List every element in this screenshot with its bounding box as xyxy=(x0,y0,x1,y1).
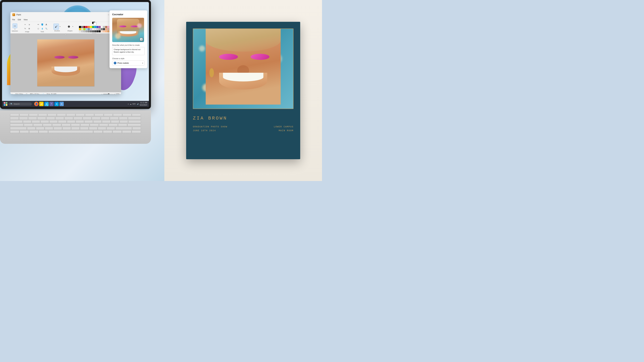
key-k[interactable] xyxy=(90,124,99,127)
key-slash[interactable] xyxy=(106,127,115,130)
key-q[interactable] xyxy=(23,120,31,123)
shapes-dropdown-btn[interactable]: ▾ xyxy=(72,24,74,30)
key-enter[interactable] xyxy=(128,120,141,123)
key-esc[interactable] xyxy=(10,114,19,117)
rotate-btn[interactable]: ↻ xyxy=(23,27,27,30)
start-button[interactable] xyxy=(4,102,8,106)
color-lime[interactable] xyxy=(83,28,85,30)
key-4[interactable] xyxy=(46,117,55,120)
tray-wifi[interactable]: WiFi xyxy=(132,103,136,105)
key-v[interactable] xyxy=(54,127,62,130)
text-btn[interactable]: A xyxy=(44,23,48,26)
taskbar-search[interactable]: 🔍 Search xyxy=(8,102,32,106)
canvas-handle-bottomright[interactable] xyxy=(120,90,120,91)
key-d[interactable] xyxy=(43,124,52,127)
fill-btn[interactable]: 🪣 xyxy=(40,23,44,26)
key-e[interactable] xyxy=(40,120,49,123)
color-row3-10[interactable] xyxy=(98,30,100,32)
color-lightblue[interactable] xyxy=(86,28,88,30)
color-indigo[interactable] xyxy=(96,26,98,28)
taskbar-app-teams[interactable]: T xyxy=(49,102,54,106)
key-x[interactable] xyxy=(36,127,44,130)
menu-view[interactable]: View xyxy=(24,18,28,21)
color-offwhite[interactable] xyxy=(92,28,94,30)
key-i[interactable] xyxy=(84,120,93,123)
key-0[interactable] xyxy=(101,117,110,120)
key-f5[interactable] xyxy=(57,114,66,117)
key-f4[interactable] xyxy=(48,114,56,117)
key-w[interactable] xyxy=(32,120,40,123)
key-f6[interactable] xyxy=(66,114,75,117)
key-ralt[interactable] xyxy=(94,130,103,133)
key-rbracket[interactable] xyxy=(120,120,128,123)
key-lshift[interactable] xyxy=(10,127,27,130)
key-f11[interactable] xyxy=(113,114,122,117)
color-row3-2[interactable] xyxy=(81,30,83,32)
taskbar-app-files[interactable]: 📁 xyxy=(39,102,44,106)
key-enter-2[interactable] xyxy=(128,124,141,127)
key-lbracket[interactable] xyxy=(111,120,119,123)
paint-canvas[interactable] xyxy=(37,39,94,86)
color-row3-1[interactable] xyxy=(79,30,81,32)
key-2[interactable] xyxy=(28,117,37,120)
key-capslock[interactable] xyxy=(10,124,24,127)
color-row3-4[interactable] xyxy=(86,30,88,32)
color-red[interactable] xyxy=(86,26,88,28)
color-black[interactable] xyxy=(79,26,81,28)
color-tan[interactable] xyxy=(107,28,109,30)
color-gray[interactable] xyxy=(81,26,83,28)
zoom-out-btn[interactable]: − xyxy=(102,93,102,94)
menu-edit[interactable]: Edit xyxy=(18,18,21,21)
color-brown[interactable] xyxy=(105,26,107,28)
color-dimgray[interactable] xyxy=(101,28,103,30)
canvas-handle-left[interactable] xyxy=(11,62,12,63)
color-row3-7[interactable] xyxy=(92,30,94,32)
key-l[interactable] xyxy=(99,124,108,127)
taskbar-app-person[interactable]: 👤 xyxy=(34,102,38,106)
brush-dropdown-btn[interactable]: ▾ xyxy=(59,24,61,30)
color-darkred[interactable] xyxy=(83,26,85,28)
taskbar-app-store[interactable]: ⊞ xyxy=(54,102,59,106)
key-semicolon[interactable] xyxy=(108,124,118,127)
key-5[interactable] xyxy=(55,117,64,120)
color-silver[interactable] xyxy=(96,28,98,30)
key-comma[interactable] xyxy=(89,127,98,130)
tray-up-arrow[interactable]: ∧ xyxy=(128,103,129,105)
key-f3[interactable] xyxy=(38,114,47,117)
key-t[interactable] xyxy=(58,120,66,123)
cocreator-style-select[interactable]: Photo realistic ▾ xyxy=(112,60,144,65)
key-1[interactable] xyxy=(19,117,28,120)
brush-btn[interactable]: 🖌 xyxy=(54,24,59,30)
key-backtick[interactable] xyxy=(10,117,19,120)
key-9[interactable] xyxy=(92,117,100,120)
key-f9[interactable] xyxy=(94,114,104,117)
image-extra-btn[interactable]: ⊞ xyxy=(27,27,31,30)
key-p[interactable] xyxy=(102,120,110,123)
color-steelblue[interactable] xyxy=(88,28,90,30)
key-left[interactable] xyxy=(112,130,122,133)
key-h[interactable] xyxy=(71,124,80,127)
zoom-in-btn[interactable]: + xyxy=(114,93,115,94)
color-blue[interactable] xyxy=(94,26,96,28)
zoom-slider[interactable] xyxy=(103,94,113,94)
color-cream[interactable] xyxy=(81,28,83,30)
key-8[interactable] xyxy=(83,117,92,120)
color-lavender[interactable] xyxy=(90,28,92,30)
color-picker-btn[interactable]: 💧 xyxy=(40,27,44,30)
color-row3-3[interactable] xyxy=(83,30,85,32)
key-ctrl[interactable] xyxy=(10,130,19,133)
selection-dropdown-btn[interactable]: ▾ xyxy=(12,28,17,30)
color-row3-14[interactable] xyxy=(107,30,109,32)
color-darkgray[interactable] xyxy=(103,28,105,30)
color-midgray[interactable] xyxy=(98,28,100,30)
key-del[interactable] xyxy=(132,114,141,117)
taskbar-app-widget[interactable]: W xyxy=(59,102,64,106)
key-n[interactable] xyxy=(71,127,80,130)
selection-tool-btn[interactable]: ▭ xyxy=(12,23,17,28)
color-white[interactable] xyxy=(101,26,103,28)
color-row3-9[interactable] xyxy=(96,30,98,32)
key-equal[interactable] xyxy=(119,117,128,120)
canvas-handle-top[interactable] xyxy=(65,34,66,35)
key-backspace[interactable] xyxy=(128,117,141,120)
color-yellow[interactable] xyxy=(90,26,92,28)
